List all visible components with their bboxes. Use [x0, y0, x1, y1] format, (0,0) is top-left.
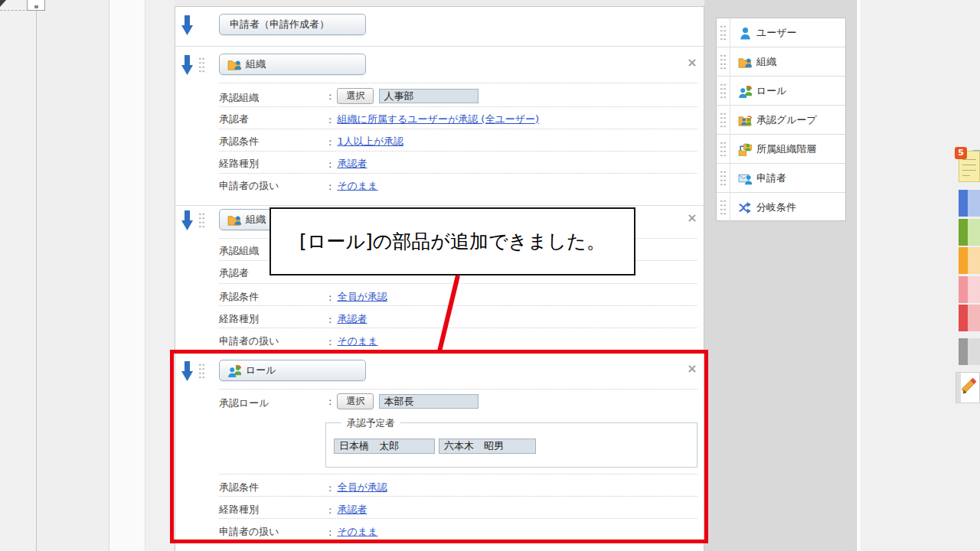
field-value: : そのまま [328, 334, 378, 348]
left-panel-inner [37, 0, 109, 551]
note-count-badge: 5 [955, 147, 967, 159]
palette-item-label: ユーザー [756, 26, 797, 40]
field-label: 経路種別 [219, 157, 328, 171]
drag-handle[interactable] [720, 199, 727, 216]
slide-placeholder [27, 0, 45, 11]
field-value: : そのまま [328, 179, 378, 193]
org-icon [227, 213, 241, 227]
role-icon [738, 84, 752, 98]
colon: : [328, 90, 332, 102]
palette-item-label: 分岐条件 [756, 201, 796, 214]
approval-org-field[interactable]: 人事部 [379, 89, 479, 103]
applicant-handling-link[interactable]: そのまま [337, 179, 377, 193]
close-icon[interactable]: × [685, 56, 699, 70]
field-value: : 組織に所属するユーザーが承認 (全ユーザー) [328, 112, 539, 126]
colon: : [328, 181, 332, 192]
palette-item-user[interactable]: ユーザー [717, 18, 845, 47]
pencil-tool-button[interactable] [956, 372, 980, 403]
gray-swatch-button[interactable] [959, 338, 980, 365]
palette-item-applicant[interactable]: 申請者 [717, 164, 845, 193]
user-icon [738, 26, 752, 40]
row-separator [219, 173, 697, 174]
palette-item-label: 組織 [756, 55, 776, 69]
row-separator [219, 151, 697, 152]
colon: : [328, 114, 332, 126]
block-drag-handle[interactable] [198, 57, 205, 73]
row-separator [219, 283, 697, 284]
field-value: : 承認者 [328, 157, 367, 171]
part-button-label: 組織 [246, 57, 266, 71]
row-separator [219, 129, 697, 129]
approval-group-icon [738, 113, 752, 127]
drag-handle[interactable] [720, 170, 727, 187]
colon: : [328, 336, 332, 347]
field-label: 申請者の扱い [219, 179, 328, 193]
field-value: : 全員が承認 [328, 290, 387, 304]
red-swatch-button[interactable] [959, 305, 980, 331]
block-separator [175, 205, 705, 206]
palette-item-org-hierarchy[interactable]: 所属組織階層 [717, 135, 845, 164]
row-separator [219, 106, 697, 107]
colon: : [328, 292, 332, 303]
branch-icon [738, 201, 752, 214]
field-label: 承認組織 [219, 91, 328, 105]
drag-handle[interactable] [720, 24, 727, 41]
left-panel [0, 0, 37, 551]
scroll-column [109, 0, 145, 551]
drag-handle[interactable] [720, 54, 727, 70]
field-label: 申請者の扱い [219, 334, 328, 348]
row-separator [219, 83, 697, 83]
field-value: : 1人以上が承認 [328, 135, 403, 148]
flow-down-arrow [181, 55, 193, 75]
row-separator [219, 305, 697, 306]
org-hierarchy-icon [738, 142, 752, 156]
palette-item-approval-group[interactable]: 承認グループ [717, 106, 845, 135]
orange-swatch-button[interactable] [959, 247, 980, 274]
flow-down-arrow [181, 210, 193, 230]
approver-link[interactable]: 組織に所属するユーザーが承認 (全ユーザー) [337, 112, 539, 126]
applicant-icon [738, 171, 752, 185]
highlight-rectangle [170, 350, 708, 543]
part-button-applicant[interactable]: 申請者（申請作成者） [219, 14, 366, 35]
pencil-icon [959, 377, 979, 397]
flow-down-arrow [181, 15, 193, 35]
drag-handle[interactable] [720, 112, 727, 129]
applicant-handling-link[interactable]: そのまま [337, 334, 377, 348]
callout-text: [ロール]の部品が追加できました。 [299, 229, 606, 254]
callout-box: [ロール]の部品が追加できました。 [270, 207, 635, 276]
part-button-org[interactable]: 組織 [219, 54, 366, 75]
palette-item-label: 所属組織階層 [756, 142, 816, 156]
drag-handle[interactable] [720, 83, 727, 99]
field-value: : 選択 人事部 [328, 88, 479, 104]
org-icon [738, 55, 752, 69]
select-button[interactable]: 選択 [337, 88, 374, 104]
route-type-link[interactable]: 承認者 [337, 157, 367, 171]
field-label: 承認者 [219, 112, 328, 126]
palette-item-label: ロール [756, 84, 787, 98]
field-label: 承認条件 [219, 290, 328, 304]
blue-swatch-button[interactable] [959, 190, 980, 217]
pink-swatch-button[interactable] [959, 276, 980, 303]
close-icon[interactable]: × [685, 211, 699, 225]
palette-item-label: 申請者 [756, 171, 786, 185]
palette-item-role[interactable]: ロール [717, 77, 845, 106]
org-icon [227, 57, 241, 71]
colon: : [328, 314, 332, 325]
field-label: 経路種別 [219, 312, 328, 326]
palette-item-label: 承認グループ [756, 113, 817, 127]
route-type-link[interactable]: 承認者 [337, 312, 367, 326]
palette-item-branch-condition[interactable]: 分岐条件 [717, 193, 845, 222]
approval-condition-link[interactable]: 1人以上が承認 [337, 135, 403, 148]
block-drag-handle[interactable] [198, 212, 205, 229]
colon: : [328, 158, 332, 170]
palette-item-org[interactable]: 組織 [717, 47, 845, 77]
part-button-label: 組織 [246, 213, 266, 227]
field-label: 承認条件 [219, 135, 328, 148]
part-button-label: 申請者（申請作成者） [230, 18, 329, 31]
block-separator [175, 46, 705, 47]
colon: : [328, 136, 332, 148]
approval-condition-link[interactable]: 全員が承認 [337, 290, 387, 304]
parts-palette: ユーザー 組織 ロール 承認グループ 所属組織階層 申請者 分岐条件 [716, 18, 846, 221]
green-swatch-button[interactable] [959, 219, 980, 246]
drag-handle[interactable] [720, 141, 727, 158]
